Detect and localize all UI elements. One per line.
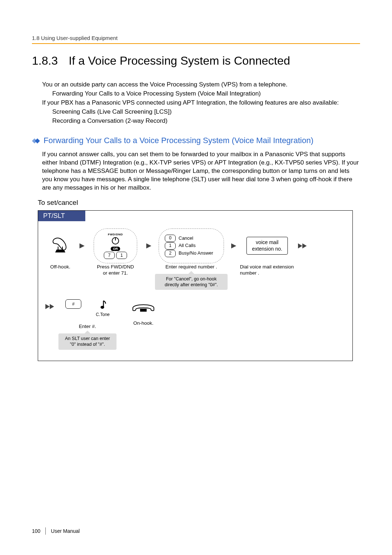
intro-p1: You or an outside party can access the V… bbox=[42, 81, 360, 89]
key-1: 1 bbox=[116, 252, 127, 259]
fwd-dnd-button-icon bbox=[111, 237, 119, 246]
svg-marker-7 bbox=[298, 243, 302, 248]
double-arrow-icon bbox=[45, 299, 56, 314]
step2-caption: Press FWD/DND or enter 71. bbox=[97, 264, 134, 276]
svg-marker-2 bbox=[79, 243, 85, 248]
subheading-set-cancel: To set/cancel bbox=[32, 199, 360, 207]
intro-p2: If your PBX has a Panasonic VPS connecte… bbox=[42, 99, 360, 107]
svg-marker-8 bbox=[302, 243, 307, 248]
svg-marker-1 bbox=[35, 138, 40, 143]
procedure-diagram: PT/SLT Off-hook. bbox=[38, 210, 353, 361]
title-text: If a Voice Processing System is Connecte… bbox=[69, 54, 290, 68]
intro-bullet-2: Screening Calls (Live Call Screening [LC… bbox=[42, 108, 360, 116]
arrow-icon bbox=[230, 228, 237, 263]
step1-caption: Off-hook. bbox=[50, 264, 70, 270]
svg-marker-9 bbox=[45, 304, 50, 309]
breadcrumb: 1.8 Using User-supplied Equipment bbox=[32, 35, 360, 41]
page-number: 100 bbox=[32, 528, 40, 534]
ctone-label: C.Tone bbox=[96, 312, 110, 317]
key-1b: 1 bbox=[165, 242, 176, 250]
key-2: 2 bbox=[165, 250, 176, 257]
key-7: 7 bbox=[104, 252, 115, 259]
key-hash: # bbox=[65, 299, 81, 309]
arrow-icon bbox=[146, 228, 152, 263]
onhook-icon bbox=[131, 300, 156, 313]
arrow-icon bbox=[79, 228, 85, 263]
svg-rect-12 bbox=[140, 309, 147, 312]
page-title: 1.8.3 If a Voice Processing System is Co… bbox=[32, 54, 360, 68]
page-footer: 100 User Manual bbox=[32, 527, 80, 535]
svg-point-11 bbox=[101, 306, 104, 309]
fwd-dnd-label: FWD/DND bbox=[108, 233, 123, 236]
voicemail-ext-box: voice mail extension no. bbox=[246, 237, 287, 255]
svg-marker-6 bbox=[231, 243, 236, 248]
ctone-icon bbox=[98, 299, 107, 311]
svg-marker-10 bbox=[50, 304, 54, 309]
opt-cancel: Cancel bbox=[179, 235, 193, 242]
title-number: 1.8.3 bbox=[32, 54, 58, 68]
diamond-bullet-icon bbox=[32, 136, 41, 146]
step3-note: For "Cancel", go on-hook directly after … bbox=[155, 274, 228, 290]
svg-rect-4 bbox=[115, 238, 116, 240]
opt-allcalls: All Calls bbox=[179, 242, 196, 250]
step3-caption: Enter required number . bbox=[166, 264, 217, 270]
offhook-icon bbox=[50, 235, 70, 256]
double-arrow-icon bbox=[297, 228, 308, 263]
section-paragraph: If you cannot answer calls, you can set … bbox=[42, 150, 360, 192]
step4-caption: Dial voice mail extension number . bbox=[240, 264, 294, 276]
hash-note: An SLT user can enter "0" instead of "#"… bbox=[58, 333, 117, 350]
intro-bullet-1: Forwarding Your Calls to a Voice Process… bbox=[42, 90, 360, 98]
hash-caption: Enter #. bbox=[79, 324, 96, 330]
svg-marker-5 bbox=[146, 243, 151, 248]
key-0: 0 bbox=[165, 235, 176, 242]
onhook-caption: On-hook. bbox=[133, 320, 154, 327]
section-heading: Forwarding Your Calls to a Voice Process… bbox=[32, 135, 360, 146]
intro-bullet-3: Recording a Conversation (2-way Record) bbox=[42, 117, 360, 125]
diagram-titlebar: PT/SLT bbox=[38, 211, 85, 221]
header-rule bbox=[32, 43, 360, 44]
footer-divider bbox=[45, 527, 46, 535]
opt-busy: Busy/No Answer bbox=[179, 250, 213, 257]
footer-label: User Manual bbox=[51, 528, 79, 534]
or-label: OR bbox=[111, 247, 120, 251]
